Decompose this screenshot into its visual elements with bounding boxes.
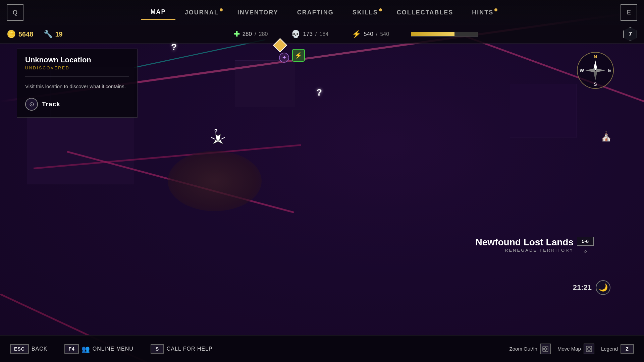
svg-marker-18 — [590, 348, 591, 350]
skull-group: 💀 173 / 184 — [291, 30, 328, 39]
arrow-stat: 🔧 19 — [44, 30, 63, 39]
svg-line-3 — [211, 137, 215, 139]
compass-east: E — [608, 68, 611, 73]
time-value: 21:21 — [573, 283, 592, 292]
character-icon: ⚡ — [292, 49, 305, 63]
main-nav-menu: MAP JOURNAL INVENTORY CRAFTING SKILLS CO… — [141, 5, 503, 20]
center-stats: ✚ 280 / 280 💀 173 / 184 ⚡ 540 / 540 — [73, 30, 637, 39]
compass: N S E W — [577, 52, 617, 92]
move-map-action[interactable]: Move Map — [557, 344, 594, 354]
bottom-right-actions: Zoom Out/In Move Map — [509, 344, 634, 354]
arrow-value: 19 — [55, 31, 63, 38]
compass-ring: N S E W — [577, 52, 614, 89]
compass-south: S — [594, 81, 597, 87]
region-name: Newfound Lost Lands — [476, 237, 574, 248]
top-navigation: Q MAP JOURNAL INVENTORY CRAFTING SKILLS … — [0, 0, 644, 25]
legend-action[interactable]: Legend Z — [601, 344, 634, 354]
quick-action-e[interactable]: E — [621, 4, 637, 21]
back-label: Back — [32, 346, 48, 352]
bottom-bar: ESC Back F4 👥 ONLINE MENU S Call for Hel… — [0, 335, 644, 362]
time-display: 21:21 🌙 — [573, 280, 610, 295]
separator — [142, 342, 142, 356]
health-max: 280 — [259, 31, 268, 37]
arrow-icon: 🔧 — [44, 30, 53, 39]
bolt-icon: ⚡ — [352, 30, 361, 39]
question-marker[interactable]: ? — [316, 87, 322, 98]
skull-icon: 💀 — [291, 30, 300, 39]
track-button[interactable]: ⊙ Track — [25, 98, 129, 111]
move-map-label: Move Map — [557, 346, 581, 352]
svg-rect-10 — [543, 348, 545, 350]
compass-west: W — [580, 68, 584, 73]
level-badge: 7 — [623, 27, 637, 41]
nav-item-crafting[interactable]: CRAFTING — [288, 6, 343, 19]
svg-line-4 — [221, 137, 225, 139]
location-title: Unknown Location — [25, 56, 129, 64]
f4-key: F4 — [64, 344, 78, 354]
move-key — [584, 344, 594, 354]
track-label: Track — [42, 101, 60, 108]
zoom-label: Zoom Out/In — [509, 346, 537, 352]
call-for-help-action[interactable]: S Call for Help — [151, 344, 213, 354]
online-menu-label: ONLINE MENU — [93, 346, 133, 352]
nav-item-collectables[interactable]: COLLECTABLES — [387, 6, 463, 19]
hints-notification-dot — [494, 8, 497, 11]
xp-bar-fill — [411, 32, 454, 36]
svg-marker-17 — [587, 348, 588, 350]
svg-marker-15 — [588, 347, 590, 348]
separator — [56, 342, 56, 356]
energy-current: 540 — [364, 31, 373, 38]
region-subtitle: RENEGADE TERRITORY — [476, 248, 574, 253]
svg-rect-13 — [545, 350, 546, 351]
skull-current: 173 — [303, 31, 312, 38]
compass-arrows — [585, 60, 605, 80]
quick-action-q[interactable]: Q — [7, 4, 23, 21]
svg-marker-16 — [588, 350, 590, 351]
south-arrow — [593, 71, 597, 80]
health-group: ✚ 280 / 280 — [234, 30, 268, 39]
nav-item-skills[interactable]: SKILLS — [343, 6, 387, 19]
player-marker: ? — [208, 127, 228, 149]
svg-rect-11 — [545, 347, 546, 348]
coin-stat: 🪙 5648 — [7, 30, 34, 39]
nav-item-map[interactable]: MAP — [141, 5, 175, 20]
nav-item-hints[interactable]: HINTS — [463, 6, 503, 19]
journal-notification-dot — [220, 8, 223, 11]
health-current: 280 — [243, 31, 252, 38]
energy-group: ⚡ 540 / 540 — [352, 30, 389, 39]
stats-bar: 🪙 5648 🔧 19 ✚ 280 / 280 💀 173 / 184 ⚡ 54… — [0, 25, 644, 44]
diamond-marker[interactable] — [275, 40, 285, 50]
panel-divider — [25, 76, 129, 77]
back-action[interactable]: ESC Back — [10, 344, 47, 354]
svg-text:✦: ✦ — [282, 55, 286, 60]
location-description: Visit this location to discover what it … — [25, 83, 129, 90]
online-menu-action[interactable]: F4 👥 ONLINE MENU — [64, 344, 133, 354]
nav-item-journal[interactable]: JOURNAL — [175, 6, 228, 19]
health-icon: ✚ — [234, 30, 240, 39]
svg-text:?: ? — [214, 128, 218, 135]
online-icon: 👥 — [82, 345, 90, 353]
skills-notification-dot — [379, 8, 382, 11]
energy-max: 540 — [380, 31, 389, 37]
region-label: Newfound Lost Lands RENEGADE TERRITORY 5… — [476, 237, 594, 255]
region-level-badge: 5-6 — [577, 237, 594, 246]
coin-value: 5648 — [18, 31, 34, 38]
call-for-help-label: Call for Help — [167, 346, 213, 352]
zoom-action[interactable]: Zoom Out/In — [509, 344, 551, 354]
skull-max: 184 — [320, 31, 329, 37]
esc-key: ESC — [10, 344, 29, 354]
objective-icon: ✦ — [278, 52, 290, 65]
legend-label: Legend — [601, 346, 618, 352]
moon-icon: 🌙 — [596, 280, 610, 295]
question-marker[interactable]: ? — [171, 42, 177, 53]
coin-icon: 🪙 — [7, 30, 16, 39]
svg-rect-12 — [546, 348, 547, 350]
xp-bar — [411, 32, 478, 37]
location-panel: Unknown Location UNDISCOVERED Visit this… — [17, 49, 138, 118]
nav-item-inventory[interactable]: INVENTORY — [228, 6, 288, 19]
s-key: S — [151, 344, 164, 354]
west-arrow — [585, 68, 595, 72]
east-arrow — [596, 68, 605, 72]
bottom-left-actions: ESC Back F4 👥 ONLINE MENU S Call for Hel… — [0, 342, 213, 356]
location-status: UNDISCOVERED — [25, 66, 129, 70]
